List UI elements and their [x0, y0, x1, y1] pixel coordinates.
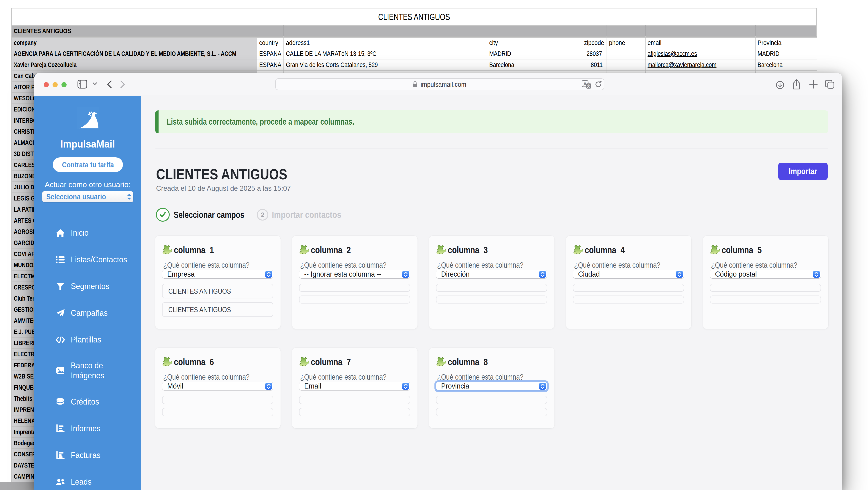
svg-text:文: 文 [587, 84, 590, 88]
